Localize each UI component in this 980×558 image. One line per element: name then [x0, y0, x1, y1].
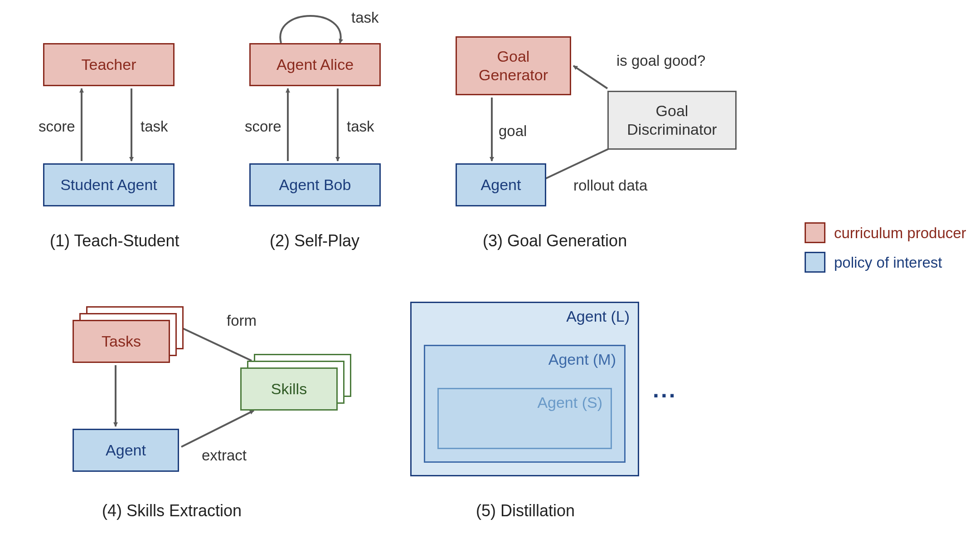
- skills-box: Skills: [240, 367, 338, 411]
- caption-2: (2) Self-Play: [270, 231, 359, 250]
- tasks-box: Tasks: [73, 320, 170, 363]
- extract-label: extract: [202, 447, 247, 464]
- agent-label-4: Agent: [106, 441, 146, 460]
- score-label-1: score: [39, 118, 75, 135]
- selfloop-task-label: task: [351, 9, 379, 26]
- skills-label: Skills: [271, 380, 307, 398]
- goal-discriminator-label: Goal Discriminator: [627, 102, 717, 139]
- legend-producer-label: curriculum producer: [834, 225, 966, 242]
- form-label: form: [227, 312, 257, 329]
- agent-L-label: Agent (L): [566, 308, 630, 325]
- legend-producer-swatch: [805, 222, 825, 243]
- task-label-2: task: [347, 118, 374, 135]
- agent-S-box: Agent (S): [437, 388, 612, 449]
- isgood-label: is goal good?: [616, 52, 705, 69]
- agent-box-3: Agent: [456, 163, 546, 206]
- caption-5: (5) Distillation: [476, 501, 575, 520]
- alice-box: Agent Alice: [249, 43, 381, 86]
- caption-4: (4) Skills Extraction: [102, 501, 242, 520]
- goal-label: goal: [499, 122, 527, 140]
- bob-box: Agent Bob: [249, 163, 381, 206]
- svg-line-6: [573, 66, 607, 88]
- svg-line-5: [539, 145, 616, 181]
- rollout-label: rollout data: [573, 177, 647, 194]
- goal-generator-label: Goal Generator: [479, 47, 548, 84]
- agent-S-label: Agent (S): [537, 394, 602, 411]
- svg-line-8: [181, 411, 254, 447]
- bob-label: Agent Bob: [279, 176, 351, 194]
- teacher-box: Teacher: [43, 43, 175, 86]
- student-label: Student Agent: [60, 176, 157, 194]
- agent-box-4: Agent: [73, 429, 179, 472]
- teacher-label: Teacher: [82, 55, 136, 74]
- distillation-ellipsis: ...: [653, 377, 677, 403]
- caption-3: (3) Goal Generation: [483, 231, 627, 250]
- alice-label: Agent Alice: [277, 55, 354, 74]
- tasks-label: Tasks: [102, 332, 141, 351]
- legend-policy-label: policy of interest: [834, 254, 942, 271]
- student-box: Student Agent: [43, 163, 175, 206]
- agent-label-3: Agent: [481, 176, 521, 194]
- goal-discriminator-box: Goal Discriminator: [607, 91, 737, 150]
- agent-M-label: Agent (M): [548, 351, 616, 368]
- goal-generator-box: Goal Generator: [456, 36, 571, 95]
- svg-line-9: [179, 327, 252, 361]
- score-label-2: score: [245, 118, 281, 135]
- legend-policy-swatch: [805, 252, 825, 273]
- caption-1: (1) Teach-Student: [50, 231, 180, 250]
- task-label-1: task: [141, 118, 168, 135]
